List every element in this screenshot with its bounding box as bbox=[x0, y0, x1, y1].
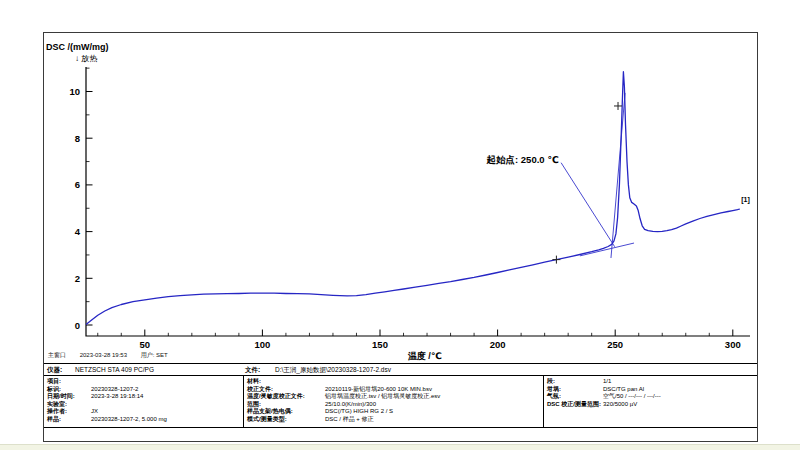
info-column-sample: 项目:标识:20230328-1207-2日期/时间:2023-3-28 19:… bbox=[44, 376, 243, 427]
table-row: 操作者:JX bbox=[47, 408, 241, 416]
onset-tangent-line bbox=[611, 93, 625, 258]
field-value: 320/5000 µV bbox=[603, 401, 637, 409]
table-row: 段:1/1 bbox=[547, 378, 755, 386]
y-tick-label: 4 bbox=[75, 226, 81, 237]
bottom-strip bbox=[0, 444, 800, 450]
field-label: 操作者: bbox=[47, 408, 91, 416]
table-row: DSC 校正/测量范围:320/5000 µV bbox=[547, 401, 755, 409]
range-marker bbox=[552, 256, 560, 264]
file-label: 文件: bbox=[245, 366, 275, 373]
field-label: 气氛: bbox=[547, 393, 603, 401]
table-row: 模式/测量类型:DSC / 样品 + 修正 bbox=[247, 416, 541, 424]
x-tick-label: 100 bbox=[254, 339, 270, 350]
field-value: DSC(/TG) HIGH RG 2 / S bbox=[325, 408, 393, 416]
file-value: D:\王润_原始数据\20230328-1207-2.dsv bbox=[275, 366, 391, 373]
onset-baseline-line bbox=[580, 243, 634, 256]
field-value: 1/1 bbox=[603, 378, 611, 386]
field-label: 材料: bbox=[247, 378, 325, 386]
field-value: 铝坩埚温度校正.tsv / 铝坩埚灵敏度校正.esv bbox=[325, 393, 440, 401]
field-label: 项目: bbox=[47, 378, 91, 386]
field-label: 温度/灵敏度校正文件: bbox=[247, 393, 325, 401]
info-columns: 项目:标识:20230328-1207-2日期/时间:2023-3-28 19:… bbox=[44, 376, 757, 427]
table-row: 样品:20230328-1207-2, 5.000 mg bbox=[47, 416, 241, 424]
x-tick-label: 250 bbox=[607, 339, 623, 350]
instrument-row: 仪器: NETZSCH STA 409 PC/PG 文件: D:\王润_原始数据… bbox=[44, 364, 757, 376]
status-line: 主窗口 2023-03-28 19:53 用户: SET bbox=[48, 352, 180, 359]
field-value: 20230328-1207-2, 5.000 mg bbox=[91, 416, 167, 424]
field-label: 模式/测量类型: bbox=[247, 416, 325, 424]
instrument-label: 仪器: bbox=[47, 366, 75, 373]
info-table: 仪器: NETZSCH STA 409 PC/PG 文件: D:\王润_原始数据… bbox=[44, 363, 757, 428]
exo-direction-label: ↓ 放热 bbox=[75, 54, 97, 63]
field-label: 段: bbox=[547, 378, 603, 386]
x-tick-label: 50 bbox=[140, 339, 151, 350]
table-row: 气氛:空气/50 / ---/--- / ---/--- bbox=[547, 393, 755, 401]
x-tick-label: 200 bbox=[490, 339, 506, 350]
y-axis-title: DSC /(mW/mg) bbox=[46, 42, 109, 52]
y-tick-label: 2 bbox=[75, 273, 80, 284]
field-label: DSC 校正/测量范围: bbox=[547, 401, 603, 409]
table-row: 材料: bbox=[247, 378, 541, 386]
desktop-background: 501001502002503000246810DSC /(mW/mg)↓ 放热… bbox=[0, 0, 800, 450]
range-marker bbox=[614, 102, 622, 110]
x-tick-label: 300 bbox=[725, 339, 741, 350]
field-label: 日期/时间: bbox=[47, 393, 91, 401]
y-tick-label: 10 bbox=[69, 86, 80, 97]
instrument-value: NETZSCH STA 409 PC/PG bbox=[75, 366, 245, 373]
table-row: 标识:20230328-1207-2 bbox=[47, 386, 241, 394]
field-label: 样品支架/热电偶: bbox=[247, 408, 325, 416]
window-label: 主窗口 bbox=[48, 352, 66, 358]
curve-end-label: [1] bbox=[741, 196, 750, 204]
y-tick-label: 0 bbox=[75, 320, 80, 331]
status-datetime: 2023-03-28 19:53 bbox=[80, 352, 127, 358]
y-tick-label: 8 bbox=[75, 133, 80, 144]
field-value: 20230328-1207-2 bbox=[91, 386, 138, 394]
onset-annotation: 起始点: 250.0 ℃ bbox=[486, 154, 559, 165]
field-value: 2023-3-28 19:18:14 bbox=[91, 393, 143, 401]
report-page: 501001502002503000246810DSC /(mW/mg)↓ 放热… bbox=[43, 32, 758, 442]
field-value: 25/10.0(K/min)/300 bbox=[325, 401, 376, 409]
dsc-curve bbox=[86, 72, 740, 325]
onset-leader-line bbox=[561, 163, 615, 247]
table-row: 项目: bbox=[47, 378, 241, 386]
info-column-conditions: 段:1/1坩埚:DSC/TG pan Al气氛:空气/50 / ---/--- … bbox=[543, 376, 757, 427]
field-value: 空气/50 / ---/--- / ---/--- bbox=[603, 393, 661, 401]
status-user: 用户: SET bbox=[141, 352, 168, 358]
table-row: 样品支架/热电偶:DSC(/TG) HIGH RG 2 / S bbox=[247, 408, 541, 416]
field-value: DSC / 样品 + 修正 bbox=[325, 416, 374, 424]
table-row: 日期/时间:2023-3-28 19:18:14 bbox=[47, 393, 241, 401]
y-tick-label: 6 bbox=[75, 179, 80, 190]
table-row: 温度/灵敏度校正文件:铝坩埚温度校正.tsv / 铝坩埚灵敏度校正.esv bbox=[247, 393, 541, 401]
x-axis-title: 温度 /℃ bbox=[408, 351, 442, 361]
field-label: 样品: bbox=[47, 416, 91, 424]
info-column-calibration: 材料:校正文件:20210119-新铝坩埚20-600 10K MIN.bsv温… bbox=[243, 376, 543, 427]
dsc-chart: 501001502002503000246810DSC /(mW/mg)↓ 放热… bbox=[44, 33, 757, 363]
x-tick-label: 150 bbox=[372, 339, 388, 350]
table-row: 实验室: bbox=[47, 401, 241, 409]
field-value: JX bbox=[91, 408, 98, 416]
